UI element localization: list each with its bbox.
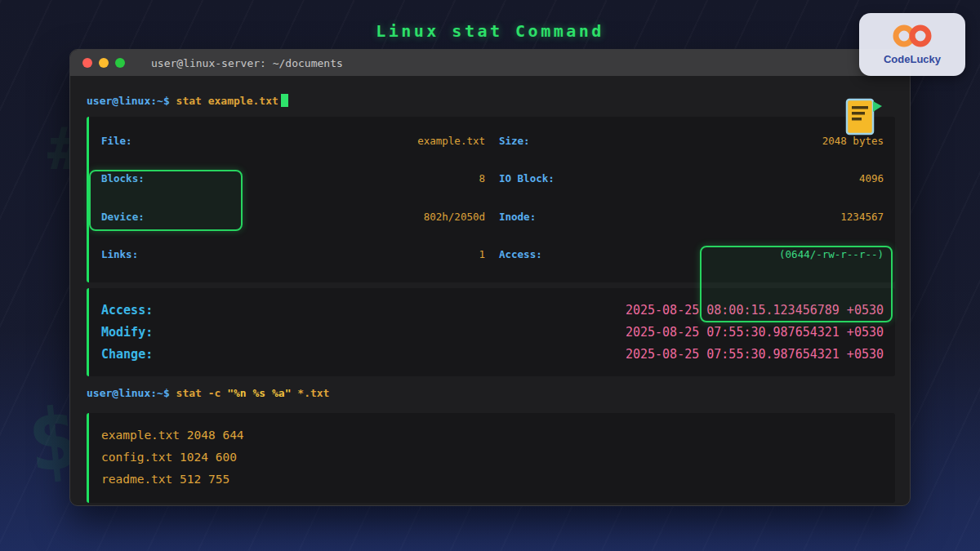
stat-value: 802h/2050d [424, 211, 485, 223]
stat-value: 1234567 [840, 211, 884, 223]
stat-label: File: [101, 135, 132, 147]
brand-logo-card[interactable]: CodeLucky [859, 13, 965, 76]
maximize-button-icon[interactable] [115, 58, 125, 68]
page: { "page": { "title": "Linux stat Command… [0, 0, 980, 551]
stat-label: Inode: [499, 211, 536, 223]
timestamp-label: Access: [101, 303, 153, 318]
output-line: readme.txt 512 755 [101, 468, 884, 490]
timestamp-label: Change: [101, 347, 153, 362]
stat-row-blocks-ioblock: Blocks: 8 IO Block: 4096 [101, 160, 884, 198]
command-text: stat example.txt [176, 95, 278, 107]
stat-label: Size: [499, 135, 530, 147]
shell-prompt: user@linux:~$ [87, 387, 176, 399]
close-button-icon[interactable] [82, 58, 92, 68]
format-output-panel: example.txt 2048 644 config.txt 1024 600… [87, 413, 895, 503]
output-line: config.txt 1024 600 [101, 446, 884, 468]
terminal-cursor [281, 94, 288, 107]
terminal-titlebar: user@linux-server: ~/documents [70, 50, 910, 76]
stat-label: Blocks: [101, 172, 145, 184]
stat-label: Access: [499, 248, 542, 260]
stat-permissions-value: (0644/-rw-r--r--) [779, 248, 884, 260]
stat-row-file-size: File: example.txt Size: 2048 bytes [101, 122, 884, 160]
timestamp-label: Modify: [101, 325, 153, 340]
stat-value: 4096 [859, 172, 884, 184]
terminal-title: user@linux-server: ~/documents [151, 57, 343, 69]
minimize-button-icon[interactable] [99, 58, 109, 68]
command-line-2: user@linux:~$ stat -c "%n %s %a" *.txt [87, 387, 329, 399]
command-args: *.txt [291, 387, 329, 399]
shell-prompt: user@linux:~$ [87, 95, 176, 107]
stat-value: 1 [479, 248, 485, 260]
brand-name: CodeLucky [884, 53, 941, 65]
stat-label: Links: [101, 248, 138, 260]
timestamp-value: 2025-08-25 07:55:30.987654321 +0530 [626, 325, 884, 340]
command-format-string: "%n %s %a" [227, 387, 291, 399]
timestamps-panel: Access: 2025-08-25 08:00:15.123456789 +0… [87, 288, 895, 376]
stat-row-links-access: Links: 1 Access: (0644/-rw-r--r--) [101, 236, 884, 274]
stat-value: example.txt [417, 135, 485, 147]
timestamp-value: 2025-08-25 08:00:15.123456789 +0530 [626, 303, 884, 318]
stat-row-device-inode: Device: 802h/2050d Inode: 1234567 [101, 198, 884, 236]
command-line-1: user@linux:~$ stat example.txt [87, 94, 288, 107]
page-title: Linux stat Command [0, 21, 980, 41]
output-line: example.txt 2048 644 [101, 424, 884, 446]
stat-output-panel: File: example.txt Size: 2048 bytes Block… [87, 117, 895, 282]
terminal-window: user@linux-server: ~/documents user@linu… [69, 49, 911, 506]
timestamp-row-change: Change: 2025-08-25 07:55:30.987654321 +0… [101, 343, 884, 365]
stat-value: 8 [479, 172, 485, 184]
terminal-body: user@linux:~$ stat example.txt File: exa… [70, 76, 910, 507]
timestamp-row-modify: Modify: 2025-08-25 07:55:30.987654321 +0… [101, 321, 884, 343]
timestamp-value: 2025-08-25 07:55:30.987654321 +0530 [626, 347, 884, 362]
timestamp-row-access: Access: 2025-08-25 08:00:15.123456789 +0… [101, 299, 884, 321]
stat-label: IO Block: [499, 172, 555, 184]
command-text: stat -c [176, 387, 228, 399]
stat-label: Device: [101, 211, 145, 223]
infinity-icon [889, 24, 936, 51]
file-document-icon [843, 97, 882, 141]
